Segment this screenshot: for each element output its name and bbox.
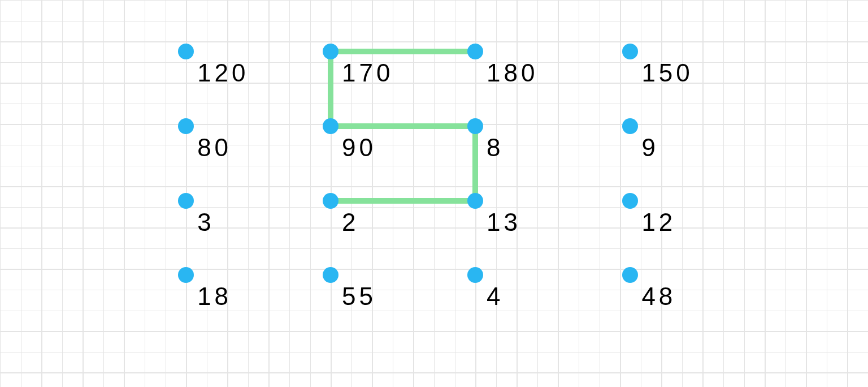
node-label: 120 [197,61,249,85]
node-dot[interactable] [323,118,338,134]
node-label: 2 [342,210,359,235]
node-label: 90 [342,135,376,160]
node-label: 12 [641,210,676,235]
grid-background [0,0,868,387]
node-label: 48 [641,284,676,309]
node-label: 170 [342,61,393,85]
node-label: 4 [487,284,504,309]
node-dot[interactable] [178,118,194,134]
node-label: 3 [197,210,214,235]
node-label: 180 [487,61,538,85]
node-label: 80 [197,135,232,160]
path-segment [328,49,333,129]
node-dot[interactable] [622,193,638,209]
node-label: 150 [641,61,693,85]
node-label: 13 [487,210,521,235]
path-segment [472,123,478,204]
node-label: 18 [197,284,232,309]
game-board: 1201701801508090893213121855448 [0,0,868,387]
node-label: 8 [487,135,504,160]
node-label: 55 [342,284,376,309]
path-segment [328,49,478,54]
node-dot[interactable] [467,193,483,209]
node-dot[interactable] [178,193,194,209]
path-segment [328,123,478,129]
node-dot[interactable] [323,193,338,209]
path-segment [328,198,478,204]
node-dot[interactable] [467,118,483,134]
node-label: 9 [641,135,658,160]
